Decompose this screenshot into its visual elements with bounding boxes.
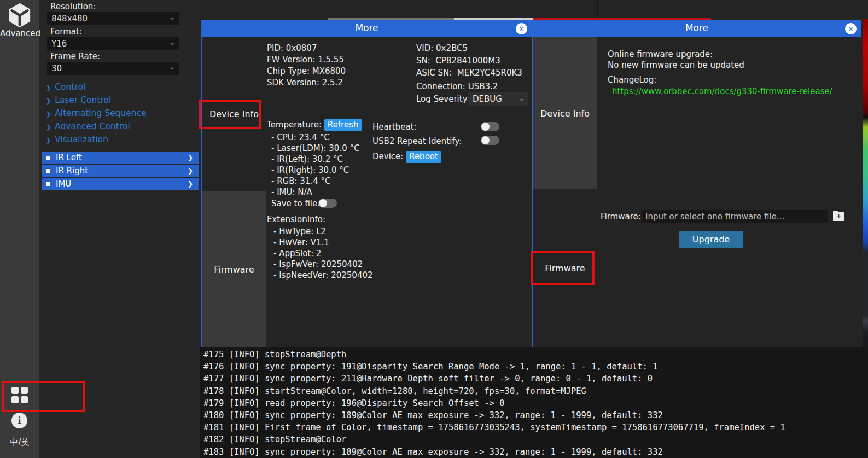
pid-label: PID: — [267, 43, 283, 53]
connection-field: Connection: USB3.2 — [416, 82, 498, 91]
toggle-knob — [319, 199, 327, 207]
temp-item-ir-right: - IR(Right): 30.0 °C — [271, 165, 349, 175]
info-icon[interactable]: i — [11, 413, 27, 428]
pid-field: PID: 0x0807 — [267, 43, 317, 53]
heartbeat-toggle[interactable] — [481, 122, 499, 131]
chip-type-field: Chip Type: MX6800 — [267, 66, 346, 76]
grid-square — [21, 387, 28, 394]
more-dialog-firmware: More ✕ Device Info Firmware Online firmw… — [532, 20, 861, 347]
bullet-square-icon — [46, 169, 50, 173]
tab-firmware[interactable]: Firmware — [202, 191, 266, 347]
chevron-right-icon: ❯ — [188, 178, 193, 190]
chip-type-label: Chip Type: — [267, 66, 310, 76]
vid-field: VID: 0x2BC5 — [416, 43, 468, 53]
toggle-knob — [481, 136, 490, 144]
tab-label: Device Info — [540, 108, 590, 119]
sidebar-item-visualization[interactable]: ❯Visualization — [46, 135, 108, 147]
asic-sn-value: MEK2YC45R0K3 — [457, 68, 522, 78]
sn-field: SN: CP82841000M3 — [416, 56, 500, 66]
log-severity-dropdown[interactable]: DEBUG ⌄ — [468, 92, 528, 106]
log-line: #177 [INFO] sync property: 211@Hardware … — [203, 373, 868, 385]
save-to-file-label: Save to file: — [271, 199, 320, 208]
usb2-repeat-identify-toggle[interactable] — [481, 136, 499, 145]
heartbeat-label: Heartbeat: — [372, 122, 417, 132]
stream-row-ir-right[interactable]: IR Right ❯ — [42, 165, 199, 177]
vid-value: 0x2BC5 — [436, 43, 468, 53]
resolution-dropdown[interactable]: 848x480 ⌄ — [47, 12, 179, 25]
more-dialog-device: More ✕ Device Info Firmware PID: 0x0807 … — [201, 20, 532, 347]
ext-item-appslot: - AppSlot: 2 — [273, 248, 322, 258]
dialog-title: More — [202, 22, 532, 33]
vid-label: VID: — [416, 43, 433, 53]
sdk-version-label: SDK Version: — [267, 78, 319, 88]
stream-label: IMU — [56, 178, 71, 190]
frame-rate-dropdown[interactable]: 30 ⌄ — [47, 62, 179, 75]
upgrade-button[interactable]: Upgrade — [679, 231, 743, 248]
log-line: #178 [INFO] startStream@Color, width=128… — [203, 385, 868, 397]
log-line: #183 [INFO] sync property: 189@Color AE … — [203, 446, 868, 458]
bullet-square-icon — [46, 182, 50, 186]
tab-label: Firmware — [545, 263, 585, 274]
occluded-viewport-sliver — [454, 18, 533, 20]
format-dropdown[interactable]: Y16 ⌄ — [47, 37, 179, 50]
log-console: #175 [INFO] stopStream@Depth #176 [INFO]… — [200, 347, 868, 458]
chevron-right-icon: ❯ — [188, 152, 193, 164]
bullet-square-icon — [46, 156, 50, 160]
log-severity-label: Log Severity: — [416, 94, 469, 104]
chevron-right-icon: ❯ — [46, 137, 51, 144]
upgrade-button-label: Upgrade — [692, 234, 730, 245]
refresh-button[interactable]: Refresh — [324, 119, 362, 131]
tab-advanced[interactable]: Advanced — [0, 0, 39, 43]
chevron-right-icon: ❯ — [46, 124, 51, 131]
sidebar-item-laser-control[interactable]: ❯Laser Control — [46, 95, 111, 107]
tab-device-info[interactable]: Device Info — [533, 37, 597, 189]
occluded-viewport-sliver — [328, 18, 454, 20]
chevron-right-icon: ❯ — [46, 97, 51, 105]
link-label: Laser Control — [55, 95, 111, 105]
folder-add-icon[interactable]: + — [833, 212, 844, 221]
log-line: #179 [INFO] read property: 196@Disparity… — [203, 397, 868, 409]
save-to-file-toggle[interactable] — [318, 199, 337, 208]
multi-view-grid-icon[interactable] — [11, 387, 28, 403]
log-line: #176 [INFO] sync property: 191@Disparity… — [203, 361, 868, 373]
changelog-link[interactable]: https://www.orbbec.com/docs/g330-firmwar… — [612, 86, 832, 96]
grid-square — [11, 387, 19, 394]
viewport-divider — [597, 0, 598, 19]
chevron-down-icon: ⌄ — [168, 10, 176, 24]
link-label: Visualization — [55, 135, 108, 144]
plus-icon: + — [833, 212, 844, 220]
asic-sn-field: ASIC SN: MEK2YC45R0K3 — [416, 68, 522, 78]
reboot-button[interactable]: Reboot — [406, 151, 441, 163]
sidebar-item-advanced-control[interactable]: ❯Advanced Control — [46, 121, 130, 134]
temp-item-imu: - IMU: N/A — [271, 187, 312, 197]
tab-device-info[interactable]: Device Info — [202, 37, 266, 191]
fw-version-field: FW Version: 1.5.55 — [267, 55, 344, 65]
changelog-label: ChangeLog: — [608, 75, 656, 85]
sidebar-item-control[interactable]: ❯Control — [46, 82, 85, 94]
chevron-down-icon: ⌄ — [168, 36, 176, 49]
close-icon[interactable]: ✕ — [845, 23, 857, 34]
stream-label: IR Right — [56, 165, 88, 177]
dialog-titlebar[interactable]: More ✕ — [202, 21, 532, 37]
stream-row-imu[interactable]: IMU ❯ — [42, 178, 199, 190]
left-toolbar: Advanced i 中/英 — [0, 0, 39, 458]
tab-firmware[interactable]: Firmware — [533, 189, 597, 347]
resolution-value: 848x480 — [51, 14, 88, 24]
sidebar-item-alternating-sequence[interactable]: ❯Alternating Sequence — [46, 108, 147, 120]
dialog-titlebar[interactable]: More ✕ — [533, 21, 861, 37]
close-icon[interactable]: ✕ — [516, 23, 527, 34]
link-label: Advanced Control — [55, 121, 130, 131]
section-divider — [267, 112, 532, 112]
stream-row-ir-left[interactable]: IR Left ❯ — [42, 152, 199, 164]
log-severity-value: DEBUG — [473, 94, 502, 104]
firmware-file-input[interactable] — [641, 210, 828, 223]
language-toggle[interactable]: 中/英 — [0, 437, 39, 448]
link-label: Alternating Sequence — [55, 108, 146, 118]
grid-square — [11, 396, 19, 403]
temperature-row: Temperature: Refresh — [267, 119, 362, 131]
chevron-right-icon: ❯ — [188, 165, 193, 177]
advanced-tab-label: Advanced — [0, 28, 39, 38]
connection-label: Connection: — [416, 82, 465, 91]
occluded-viewport-sliver — [533, 18, 711, 20]
ext-item-ispfwver: - IspFwVer: 20250402 — [273, 259, 363, 269]
